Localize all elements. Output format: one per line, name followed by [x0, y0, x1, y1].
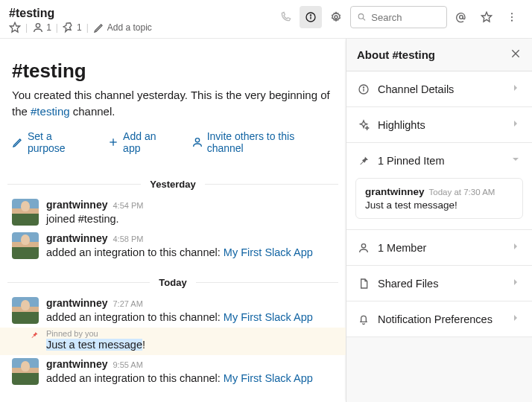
section-pinned[interactable]: 1 Pinned Item	[346, 143, 532, 178]
intro-text: You created this channel yesterday. This…	[12, 87, 334, 120]
svg-point-21	[361, 243, 365, 247]
invite-link[interactable]: Invite others to this channel	[191, 130, 334, 154]
chevron-right-icon	[510, 312, 522, 324]
section-channel-details[interactable]: Channel Details	[346, 71, 532, 107]
pencil-icon	[93, 22, 105, 34]
pinned-message[interactable]: Pinned by you Just a test message!	[0, 328, 346, 355]
day-divider-today: Today	[7, 276, 338, 288]
svg-point-6	[358, 14, 364, 19]
section-members[interactable]: 1 Member	[346, 230, 532, 266]
person-icon	[358, 242, 370, 254]
svg-point-5	[335, 16, 338, 19]
message-author[interactable]: grantwinney	[46, 199, 107, 211]
call-button[interactable]	[274, 6, 297, 28]
pinned-author: grantwinney	[365, 186, 425, 197]
svg-line-7	[363, 19, 365, 21]
channel-header: #testing | 1 | 1 | Add a topic	[0, 0, 532, 39]
channel-name[interactable]: #testing	[9, 6, 274, 20]
pin-icon	[358, 155, 370, 167]
pinned-text: Just a test message!	[46, 339, 334, 351]
add-topic[interactable]: Add a topic	[93, 22, 152, 34]
pin-count[interactable]: 1	[63, 22, 82, 34]
panel-header: About #testing	[346, 39, 532, 71]
message-row[interactable]: grantwinney 9:55 AM added an integration…	[0, 355, 346, 389]
section-notifications[interactable]: Notification Preferences	[346, 302, 532, 337]
close-button[interactable]	[510, 48, 522, 62]
section-highlights[interactable]: Highlights	[346, 107, 532, 143]
search-input[interactable]	[371, 12, 440, 23]
message-author[interactable]: grantwinney	[46, 358, 107, 370]
search-icon	[357, 11, 367, 23]
star-icon	[481, 11, 493, 23]
pinned-time: Today at 7:30 AM	[429, 188, 495, 197]
avatar[interactable]	[12, 358, 39, 385]
svg-marker-0	[10, 23, 19, 33]
pinned-label: Pinned by you	[46, 329, 334, 338]
avatar[interactable]	[12, 297, 39, 324]
channel-intro: #testing You created this channel yester…	[0, 39, 346, 165]
search-box[interactable]	[350, 6, 447, 28]
intro-title: #testing	[12, 60, 334, 83]
message-time: 4:58 PM	[113, 234, 143, 243]
message-author[interactable]: grantwinney	[46, 232, 107, 244]
chevron-right-icon	[510, 276, 522, 288]
svg-point-12	[511, 20, 513, 22]
message-text: added an integration to this channel: My…	[46, 245, 334, 260]
svg-marker-9	[481, 12, 491, 22]
day-divider-yesterday: Yesterday	[7, 178, 338, 190]
message-text: added an integration to this channel: My…	[46, 310, 334, 325]
message-row[interactable]: grantwinney 4:54 PM joined #testing.	[0, 196, 346, 229]
pin-icon	[63, 22, 75, 34]
message-time: 9:55 AM	[113, 360, 142, 369]
settings-button[interactable]	[325, 6, 347, 28]
panel-title: About #testing	[357, 48, 435, 61]
message-row[interactable]: grantwinney 7:27 AM added an integration…	[0, 294, 346, 328]
star-icon	[9, 22, 21, 34]
file-icon	[358, 278, 370, 290]
star-toggle[interactable]	[9, 22, 21, 34]
gear-icon	[330, 11, 342, 23]
info-icon	[305, 11, 317, 23]
app-link[interactable]: My First Slack App	[224, 246, 313, 258]
pin-icon	[30, 331, 39, 339]
message-author[interactable]: grantwinney	[46, 297, 107, 309]
message-row[interactable]: grantwinney 4:58 PM added an integration…	[0, 229, 346, 263]
avatar[interactable]	[12, 199, 39, 226]
chevron-right-icon	[510, 240, 522, 252]
svg-point-8	[460, 16, 463, 19]
pinned-text: Just a test message!	[365, 200, 513, 211]
message-time: 7:27 AM	[113, 299, 142, 308]
person-icon	[191, 136, 203, 148]
svg-point-4	[310, 15, 311, 16]
chevron-right-icon	[510, 82, 522, 94]
mentions-button[interactable]	[450, 6, 472, 28]
channel-link[interactable]: #testing	[31, 105, 70, 118]
chevron-right-icon	[510, 118, 522, 130]
chevron-down-icon	[510, 153, 522, 165]
message-text: joined #testing.	[46, 211, 334, 226]
app-link[interactable]: My First Slack App	[224, 311, 313, 323]
person-icon	[32, 22, 44, 34]
svg-point-11	[511, 16, 513, 18]
svg-point-15	[195, 138, 199, 141]
sparkle-icon	[358, 119, 370, 131]
details-toggle[interactable]	[300, 6, 322, 28]
bell-icon	[358, 313, 370, 325]
member-count[interactable]: 1	[32, 22, 51, 34]
more-button[interactable]	[501, 6, 523, 28]
app-link[interactable]: My First Slack App	[224, 372, 313, 384]
pencil-icon	[12, 136, 24, 148]
more-vertical-icon	[506, 11, 518, 23]
message-text: added an integration to this channel: My…	[46, 371, 334, 386]
svg-point-20	[363, 86, 364, 87]
phone-icon	[279, 11, 291, 23]
plus-icon	[107, 136, 119, 148]
close-icon	[510, 48, 522, 60]
avatar[interactable]	[12, 232, 39, 259]
section-shared-files[interactable]: Shared Files	[346, 266, 532, 302]
info-icon	[358, 83, 370, 95]
add-app-link[interactable]: Add an app	[107, 130, 177, 154]
set-purpose-link[interactable]: Set a purpose	[12, 130, 92, 154]
starred-button[interactable]	[475, 6, 498, 28]
pinned-item-card[interactable]: grantwinney Today at 7:30 AM Just a test…	[355, 178, 523, 219]
